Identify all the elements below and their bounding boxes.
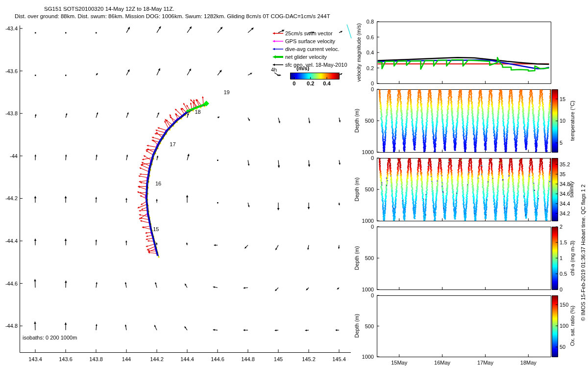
figure-root: SG151 SOTS20100320 14-May 12Z to 18-May … (0, 0, 588, 368)
figure-canvas (0, 0, 588, 368)
